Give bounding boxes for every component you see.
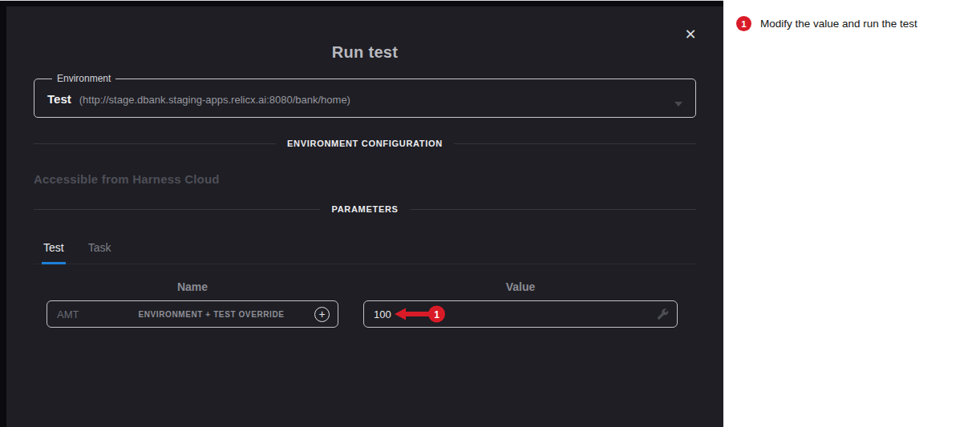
environment-value: Test (http://stage.dbank.staging-apps.re…: [46, 92, 684, 106]
run-test-modal: ✕ Run test Environment Test (http://stag…: [6, 6, 723, 427]
parameter-name-field[interactable]: ENVIRONMENT + TEST OVERRIDE +: [47, 300, 338, 328]
wrench-icon[interactable]: [657, 308, 669, 320]
tab-test[interactable]: Test: [42, 235, 66, 264]
divider-line: [34, 143, 276, 144]
chevron-down-icon: [674, 102, 682, 107]
environment-configuration-divider: ENVIRONMENT CONFIGURATION: [34, 139, 696, 148]
override-badge: ENVIRONMENT + TEST OVERRIDE: [115, 310, 308, 319]
instruction-step-badge: 1: [736, 16, 751, 31]
page-title: Run test: [6, 6, 723, 62]
divider-line: [34, 209, 320, 210]
parameters-divider: PARAMETERS: [34, 204, 696, 214]
parameters-label: PARAMETERS: [331, 204, 398, 214]
name-column-header: Name: [47, 280, 338, 293]
parameter-name-input[interactable]: [57, 308, 108, 320]
close-icon[interactable]: ✕: [680, 24, 701, 45]
parameter-column-headers: Name Value: [6, 280, 723, 293]
parameter-value-field[interactable]: 1: [363, 300, 678, 328]
app-backdrop: ✕ Run test Environment Test (http://stag…: [0, 0, 723, 427]
parameter-row: ENVIRONMENT + TEST OVERRIDE + 1: [6, 300, 723, 328]
add-plus-icon[interactable]: +: [314, 307, 330, 322]
environment-name: Test: [47, 92, 71, 106]
environment-select[interactable]: Environment Test (http://stage.dbank.sta…: [34, 73, 696, 118]
instruction-step: 1 Modify the value and run the test: [736, 16, 970, 31]
backdrop-top-hairline: [0, 0, 723, 1]
instruction-text: Modify the value and run the test: [760, 18, 917, 30]
accessible-note: Accessible from Harness Cloud: [34, 172, 696, 186]
environment-configuration-label: ENVIRONMENT CONFIGURATION: [287, 139, 443, 148]
divider-line: [410, 209, 696, 210]
parameters-tab-bar: Test Task: [34, 235, 696, 264]
value-column-header: Value: [363, 280, 678, 293]
environment-label: Environment: [52, 73, 115, 84]
divider-line: [454, 143, 696, 144]
parameter-value-input[interactable]: [374, 308, 534, 320]
screenshot-root: ✕ Run test Environment Test (http://stag…: [0, 0, 980, 427]
environment-url: (http://stage.dbank.staging-apps.relicx.…: [79, 94, 350, 106]
tab-task[interactable]: Task: [87, 235, 113, 264]
instruction-panel: 1 Modify the value and run the test: [723, 0, 980, 427]
